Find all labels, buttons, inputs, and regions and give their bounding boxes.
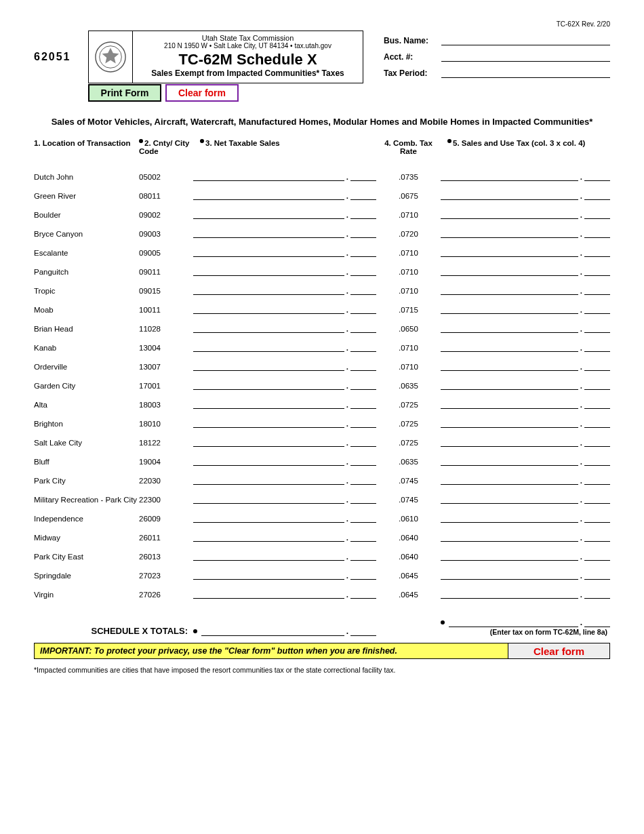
tax-int-input[interactable] <box>441 246 578 257</box>
net-dec-input[interactable] <box>350 512 376 523</box>
tax-int-input[interactable] <box>441 360 578 371</box>
net-int-input[interactable] <box>193 512 344 523</box>
tax-period-input[interactable] <box>441 67 610 78</box>
net-int-input[interactable] <box>193 379 344 390</box>
net-dec-input[interactable] <box>350 436 376 447</box>
tax-int-input[interactable] <box>441 550 578 561</box>
tax-int-input[interactable] <box>441 227 578 238</box>
tax-dec-input[interactable] <box>584 265 610 276</box>
net-int-input[interactable] <box>193 341 344 352</box>
net-int-input[interactable] <box>193 474 344 485</box>
net-int-input[interactable] <box>193 588 344 599</box>
net-dec-input[interactable] <box>350 588 376 599</box>
net-dec-input[interactable] <box>350 493 376 504</box>
net-int-input[interactable] <box>193 550 344 561</box>
tax-int-input[interactable] <box>441 436 578 447</box>
net-dec-input[interactable] <box>350 170 376 181</box>
tax-dec-input[interactable] <box>584 569 610 580</box>
tax-int-input[interactable] <box>441 398 578 409</box>
net-dec-input[interactable] <box>350 341 376 352</box>
acct-input[interactable] <box>441 51 610 62</box>
net-dec-input[interactable] <box>350 417 376 428</box>
tax-int-input[interactable] <box>441 569 578 580</box>
tax-int-input[interactable] <box>441 208 578 219</box>
tax-dec-input[interactable] <box>584 417 610 428</box>
net-dec-input[interactable] <box>350 227 376 238</box>
tax-int-input[interactable] <box>441 493 578 504</box>
net-dec-input[interactable] <box>350 303 376 314</box>
tax-int-input[interactable] <box>441 455 578 466</box>
print-form-button[interactable]: Print Form <box>88 84 161 102</box>
tax-dec-input[interactable] <box>584 512 610 523</box>
net-int-input[interactable] <box>193 436 344 447</box>
net-dec-input[interactable] <box>350 189 376 200</box>
net-dec-input[interactable] <box>350 531 376 542</box>
tax-dec-input[interactable] <box>584 455 610 466</box>
net-int-input[interactable] <box>193 265 344 276</box>
tax-int-input[interactable] <box>441 170 578 181</box>
net-int-input[interactable] <box>193 303 344 314</box>
tax-dec-input[interactable] <box>584 208 610 219</box>
net-dec-input[interactable] <box>350 208 376 219</box>
net-dec-input[interactable] <box>350 474 376 485</box>
tax-dec-input[interactable] <box>584 398 610 409</box>
totals-tax-int-input[interactable] <box>449 616 578 627</box>
net-int-input[interactable] <box>193 189 344 200</box>
net-dec-input[interactable] <box>350 360 376 371</box>
net-dec-input[interactable] <box>350 569 376 580</box>
tax-int-input[interactable] <box>441 588 578 599</box>
tax-int-input[interactable] <box>441 189 578 200</box>
tax-dec-input[interactable] <box>584 493 610 504</box>
bus-name-input[interactable] <box>441 35 610 45</box>
net-int-input[interactable] <box>193 227 344 238</box>
net-int-input[interactable] <box>193 493 344 504</box>
net-dec-input[interactable] <box>350 550 376 561</box>
tax-dec-input[interactable] <box>584 322 610 333</box>
net-dec-input[interactable] <box>350 246 376 257</box>
net-dec-input[interactable] <box>350 398 376 409</box>
net-int-input[interactable] <box>193 455 344 466</box>
net-int-input[interactable] <box>193 360 344 371</box>
tax-dec-input[interactable] <box>584 189 610 200</box>
tax-int-input[interactable] <box>441 322 578 333</box>
tax-int-input[interactable] <box>441 512 578 523</box>
tax-dec-input[interactable] <box>584 246 610 257</box>
clear-form-button-bottom[interactable]: Clear form <box>508 643 609 658</box>
tax-dec-input[interactable] <box>584 170 610 181</box>
net-dec-input[interactable] <box>350 455 376 466</box>
net-dec-input[interactable] <box>350 322 376 333</box>
tax-dec-input[interactable] <box>584 550 610 561</box>
tax-dec-input[interactable] <box>584 341 610 352</box>
clear-form-button-top[interactable]: Clear form <box>165 84 239 102</box>
tax-dec-input[interactable] <box>584 379 610 390</box>
tax-int-input[interactable] <box>441 303 578 314</box>
tax-int-input[interactable] <box>441 284 578 295</box>
totals-net-dec-input[interactable] <box>350 625 376 636</box>
net-int-input[interactable] <box>193 322 344 333</box>
net-int-input[interactable] <box>193 170 344 181</box>
net-int-input[interactable] <box>193 208 344 219</box>
tax-dec-input[interactable] <box>584 227 610 238</box>
tax-dec-input[interactable] <box>584 436 610 447</box>
totals-tax-dec-input[interactable] <box>584 616 610 627</box>
net-dec-input[interactable] <box>350 284 376 295</box>
tax-dec-input[interactable] <box>584 303 610 314</box>
tax-dec-input[interactable] <box>584 360 610 371</box>
tax-dec-input[interactable] <box>584 588 610 599</box>
net-dec-input[interactable] <box>350 379 376 390</box>
tax-dec-input[interactable] <box>584 284 610 295</box>
totals-net-int-input[interactable] <box>201 625 344 636</box>
tax-int-input[interactable] <box>441 531 578 542</box>
tax-int-input[interactable] <box>441 417 578 428</box>
tax-int-input[interactable] <box>441 341 578 352</box>
tax-dec-input[interactable] <box>584 474 610 485</box>
net-int-input[interactable] <box>193 284 344 295</box>
net-int-input[interactable] <box>193 531 344 542</box>
net-int-input[interactable] <box>193 417 344 428</box>
tax-int-input[interactable] <box>441 265 578 276</box>
net-dec-input[interactable] <box>350 265 376 276</box>
net-int-input[interactable] <box>193 246 344 257</box>
tax-int-input[interactable] <box>441 474 578 485</box>
tax-int-input[interactable] <box>441 379 578 390</box>
net-int-input[interactable] <box>193 398 344 409</box>
